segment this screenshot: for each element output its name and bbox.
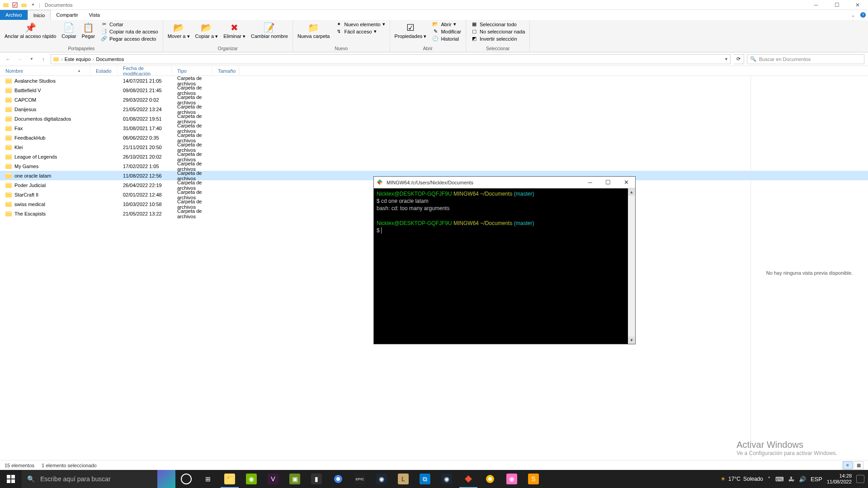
terminal-minimize-button[interactable]: ─ — [581, 177, 599, 188]
edit-button[interactable]: ✎Modificar — [430, 28, 463, 35]
epic-app[interactable]: EPIC — [349, 470, 371, 488]
select-none-button[interactable]: ▢No seleccionar nada — [469, 28, 527, 35]
back-button[interactable]: ← — [4, 55, 13, 64]
col-type[interactable]: Tipo — [172, 66, 212, 75]
ribbon-minimize-icon[interactable]: ⌄ — [848, 10, 858, 20]
up-button[interactable]: ↑ — [39, 55, 48, 64]
vscode-app[interactable]: ⧉ — [414, 470, 436, 488]
scroll-down-icon[interactable]: ▼ — [628, 337, 635, 344]
folder-icon — [5, 78, 12, 84]
open-button[interactable]: 📂Abrir ▾ — [430, 21, 463, 28]
crumb-docs[interactable]: Documentos — [96, 56, 124, 62]
pin-quick-access-button[interactable]: 📌 Anclar al acceso rápido — [3, 21, 58, 40]
tray-volume-icon[interactable]: 🔊 — [799, 476, 806, 483]
terminal-titlebar[interactable]: MINGW64:/c/Users/Nicklex/Documents ─ ☐ ✕ — [374, 177, 635, 188]
minecraft-app[interactable]: ▣ — [284, 470, 306, 488]
maximize-button[interactable]: ☐ — [826, 0, 847, 10]
tab-share[interactable]: Compartir — [51, 10, 83, 20]
paste-shortcut-button[interactable]: 🔗Pegar acceso directo — [99, 35, 160, 42]
paste-button[interactable]: 📋 Pegar — [80, 21, 97, 40]
file-row[interactable]: Avalanche Studios14/07/2021 21:05Carpeta… — [0, 76, 868, 85]
terminal-scrollbar[interactable]: ▲ ▼ — [628, 188, 635, 344]
copy-button[interactable]: 📄 Copiar — [60, 21, 78, 40]
file-row[interactable]: League of Legends26/10/2021 20:02Carpeta… — [0, 152, 868, 161]
new-item-button[interactable]: ✦Nuevo elemento ▾ — [333, 21, 387, 28]
copy-to-button[interactable]: 📂Copiar a ▾ — [193, 21, 220, 40]
tab-file[interactable]: Archivo — [0, 10, 28, 20]
crumb-sep-icon[interactable]: › — [93, 56, 94, 62]
tray-network-icon[interactable]: 🖧 — [788, 476, 794, 483]
rename-button[interactable]: 📝Cambiar nombre — [249, 21, 290, 40]
file-row[interactable]: Danijesus21/05/2022 13:24Carpeta de arch… — [0, 104, 868, 114]
tray-keyboard-icon[interactable]: ⌨ — [775, 476, 784, 483]
copy-path-button[interactable]: 📑Copiar ruta de acceso — [99, 28, 160, 35]
git-bash-app[interactable] — [458, 470, 479, 488]
chrome-app[interactable] — [327, 470, 349, 488]
move-to-button[interactable]: 📂Mover a ▾ — [166, 21, 192, 40]
tray-clock[interactable]: 14:28 11/08/2022 — [827, 473, 852, 485]
view-details-button[interactable]: ≡ — [843, 461, 853, 469]
qat-newfolder-icon[interactable] — [21, 2, 27, 8]
terminal-close-button[interactable]: ✕ — [617, 177, 635, 188]
crumb-sep-icon[interactable]: › — [61, 56, 63, 62]
tab-home[interactable]: Inicio — [28, 10, 51, 20]
tray-chevron-icon[interactable]: ˄ — [768, 476, 771, 483]
col-name[interactable]: Nombre▲ — [0, 66, 90, 75]
file-row[interactable]: FeedbackHub06/06/2022 0:35Carpeta de arc… — [0, 133, 868, 142]
sun-icon: ☀ — [721, 476, 726, 482]
weather-widget[interactable]: ☀ 17°C Soleado — [721, 476, 763, 482]
tab-view[interactable]: Vista — [84, 10, 105, 20]
easy-access-button[interactable]: ↯Fácil acceso ▾ — [333, 28, 387, 35]
tray-lang[interactable]: ESP — [811, 476, 822, 483]
search-input[interactable]: 🔍 Buscar en Documentos — [747, 54, 864, 64]
close-button[interactable]: ✕ — [847, 0, 868, 10]
cut-button[interactable]: ✂Cortar — [99, 21, 160, 28]
file-row[interactable]: My Games17/02/2022 1:05Carpeta de archiv… — [0, 161, 868, 171]
start-button[interactable] — [0, 470, 22, 488]
history-button[interactable]: 🕘Historial — [430, 35, 463, 42]
file-row[interactable]: CAPCOM29/03/2022 0:02Carpeta de archivos — [0, 95, 868, 104]
sublime-app[interactable]: S — [523, 470, 544, 488]
chrome-canary-app[interactable] — [479, 470, 501, 488]
file-row[interactable]: Fax31/08/2021 17:40Carpeta de archivos — [0, 123, 868, 133]
col-date[interactable]: Fecha de modificación — [118, 66, 172, 75]
address-bar[interactable]: › Este equipo › Documentos ▼ — [51, 54, 731, 64]
lol-app[interactable]: L — [392, 470, 414, 488]
recent-button[interactable]: ▼ — [27, 55, 36, 64]
col-state[interactable]: Estado — [90, 66, 118, 75]
qat-properties-icon[interactable] — [12, 2, 18, 8]
terminal-body[interactable]: Nicklex@DESKTOP-GQFJF9U MINGW64 ~/Docume… — [374, 188, 635, 344]
forward-button[interactable]: → — [15, 55, 24, 64]
refresh-button[interactable]: ⟳ — [733, 54, 744, 64]
nvidia-app[interactable]: ◉ — [241, 470, 262, 488]
delete-button[interactable]: ✖Eliminar ▾ — [222, 21, 247, 40]
app-2[interactable]: ▮ — [306, 470, 327, 488]
minimize-button[interactable]: ─ — [806, 0, 826, 10]
cortana-button[interactable]: ⊞ — [197, 470, 219, 488]
steam2-app[interactable]: ◉ — [436, 470, 458, 488]
scroll-up-icon[interactable]: ▲ — [628, 188, 635, 196]
app-1[interactable]: V — [262, 470, 284, 488]
help-icon[interactable]: ? — [858, 10, 868, 20]
notifications-button[interactable] — [856, 475, 864, 483]
preview-pane: No hay ninguna vista previa disponible. — [750, 76, 868, 470]
taskview-button[interactable] — [175, 470, 197, 488]
properties-button[interactable]: ☑Propiedades ▾ — [393, 21, 429, 40]
new-folder-button[interactable]: 📁Nueva carpeta — [296, 21, 332, 40]
view-icons-button[interactable]: ▦ — [854, 461, 863, 469]
terminal-maximize-button[interactable]: ☐ — [599, 177, 617, 188]
select-all-button[interactable]: ▦Seleccionar todo — [469, 21, 527, 28]
col-size[interactable]: Tamaño — [212, 66, 240, 75]
taskbar-search[interactable]: 🔍 Escribe aquí para buscar — [22, 470, 175, 488]
crumb-pc[interactable]: Este equipo — [65, 56, 91, 62]
steam-app[interactable]: ◉ — [371, 470, 392, 488]
file-row[interactable]: Klei21/11/2021 20:50Carpeta de archivos — [0, 142, 868, 152]
qat-dropdown-icon[interactable]: ▼ — [30, 2, 36, 8]
file-date: 10/03/2022 10:58 — [118, 202, 172, 207]
explorer-app[interactable]: 📁 — [219, 470, 241, 488]
file-row[interactable]: Documentos digitalizados01/08/2022 19:51… — [0, 114, 868, 123]
file-row[interactable]: Battlefield V09/08/2021 21:45Carpeta de … — [0, 85, 868, 95]
invert-selection-button[interactable]: ◩Invertir selección — [469, 35, 527, 42]
address-dropdown-icon[interactable]: ▼ — [724, 57, 728, 61]
app-3[interactable]: ◉ — [501, 470, 523, 488]
